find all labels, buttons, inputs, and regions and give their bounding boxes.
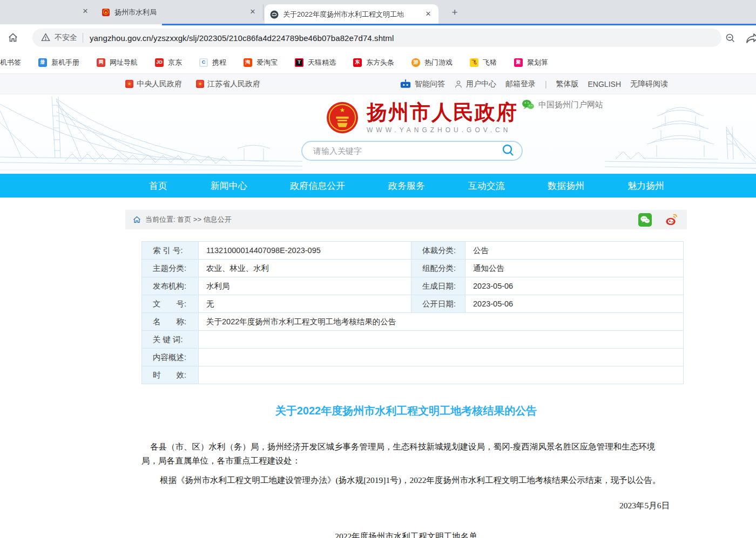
omnibox-divider [83,33,83,43]
bookmark-label: 飞猪 [483,58,497,67]
article-title: 关于2022年度扬州市水利工程文明工地考核结果的公告 [141,404,671,418]
tab-title: 扬州市水利局 [114,8,244,17]
meta-table-row: 文 号:无公开日期:2023-05-06 [142,295,684,313]
breadcrumb-text[interactable]: 当前位置: 首页 >> 信息公开 [145,215,232,224]
bookmark-label: 新机手册 [51,58,79,67]
nav-item-info-disclosure[interactable]: 政府信息公开 [290,180,345,192]
meta-table-row: 名 称:关于2022年度扬州市水利工程文明工地考核结果的公告 [142,313,684,331]
security-status-label[interactable]: 不安全 [55,33,77,43]
wechat-icon [522,99,534,110]
meta-value: 无 [199,295,411,313]
portal-text: 中国扬州门户网站 [538,100,603,110]
nav-item-charm-yangzhou[interactable]: 魅力扬州 [627,180,664,192]
bookmark-hot-games[interactable]: 游热门游戏 [411,58,453,67]
site-logo[interactable]: ★ 扬州市人民政府 WWW.YANGZHOU.GOV.CN [326,101,518,134]
bookmark-juhuasuan[interactable]: 聚聚划算 [514,58,548,67]
nav-item-data-yangzhou[interactable]: 数据扬州 [548,180,584,192]
meta-label: 内容概述: [142,349,199,366]
gov-link-jiangsu-gov[interactable]: ★江苏省人民政府 [196,79,260,89]
site-banner: ★ 扬州市人民政府 WWW.YANGZHOU.GOV.CN 中国扬州门户网站 [0,94,756,174]
meta-value [199,331,684,349]
meta-label: 主题分类: [142,260,199,277]
warning-triangle-icon [41,33,50,43]
national-emblem-icon: ★ [125,80,133,88]
meta-table-row: 索 引 号:11321000014407098E-2023-095体裁分类:公告 [142,242,684,260]
meta-label: 索 引 号: [142,242,199,260]
search-input[interactable] [313,146,501,155]
bookmark-ctrip[interactable]: C携程 [199,58,226,67]
home-icon[interactable] [7,32,19,46]
english-version-link[interactable]: ENGLISH [588,80,621,88]
meta-label: 生成日期: [411,277,465,295]
meta-table-row: 主题分类:农业、林业、水利组配分类:通知公告 [142,260,684,277]
article-date: 2023年5月6日 [141,500,671,512]
nav-item-gov-services[interactable]: 政务服务 [388,180,425,192]
search-icon[interactable] [501,143,515,159]
page-loading-bar [162,24,756,25]
share-icon[interactable] [746,32,756,46]
bookmark-site-navigation[interactable]: 网网址导航 [97,58,138,67]
national-emblem-icon: ★ [196,80,204,88]
juhuasuan-icon: 聚 [514,58,523,67]
browser-tab-strip: ✕ ★ 扬州市水利局 ✕ 关于2022年度扬州市水利工程文明工地 ✕ + [0,0,756,24]
meta-label: 文 号: [142,295,199,313]
meta-value [199,349,684,366]
user-center-link[interactable]: 用户中心 [454,79,496,89]
svg-text:★: ★ [340,106,345,113]
zoom-out-icon[interactable] [725,32,736,46]
banner-pagoda-art-right [605,94,756,174]
bookmark-label: 聚划算 [527,58,548,67]
close-icon[interactable]: ✕ [423,10,433,19]
nav-item-news-center[interactable]: 新闻中心 [211,180,247,192]
tab-announcement-active[interactable]: 关于2022年度扬州市水利工程文明工地 ✕ [265,4,438,24]
svg-text:★: ★ [104,11,107,14]
list-heading: 2022年度扬州市水利工程文明工地名单 [141,531,671,538]
close-icon[interactable]: ✕ [248,8,258,17]
fliggy-icon: 飞 [470,58,478,67]
gov-link-label: 中央人民政府 [137,79,182,89]
portal-label[interactable]: 中国扬州门户网站 [522,99,603,110]
breadcrumb-home-icon[interactable] [133,216,141,223]
meta-table-row: 关 键 词: [142,331,684,349]
site-favicon [270,10,279,19]
tab-yangzhou-water-bureau[interactable]: ★ 扬州市水利局 ✕ [96,4,264,21]
new-tab-button[interactable]: + [448,6,461,19]
weibo-share-icon[interactable] [665,213,678,227]
ctrip-icon: C [199,58,208,67]
bookmark-label: 东方头条 [366,58,394,67]
gov-utility-links: 智能问答 用户中心 邮箱登录 | 繁体版 ENGLISH 无障碍阅读 [400,79,668,89]
url-text[interactable]: yangzhou.gov.cn/yzszxxgk/slj/202305/210c… [90,33,394,43]
meta-table: 索 引 号:11321000014407098E-2023-095体裁分类:公告… [141,241,684,384]
meta-value: 公告 [465,242,684,260]
bookmark-aitaobao[interactable]: 淘爱淘宝 [244,58,278,67]
smart-qa-link[interactable]: 智能问答 [400,79,445,89]
bookmark-label: 携程 [212,58,226,67]
accessibility-link[interactable]: 无障碍阅读 [630,79,668,89]
main-nav-inner: 首页新闻中心政府信息公开政务服务互动交流数据扬州魅力扬州 [125,174,687,198]
meta-value: 11321000014407098E-2023-095 [199,242,411,260]
traditional-version-link[interactable]: 繁体版 [556,79,579,89]
wechat-share-icon[interactable] [638,213,652,227]
bookmark-new-phone-manual[interactable]: 册新机手册 [38,58,79,67]
gov-link-central-gov[interactable]: ★中央人民政府 [125,79,182,89]
bookmark-label: 天猫精选 [308,58,336,67]
bookmark-fliggy[interactable]: 飞飞猪 [470,58,497,67]
bookmark-eastday-toutiao[interactable]: 东东方头条 [353,58,394,67]
article-paragraph: 根据《扬州市水利工程文明工地建设管理办法》(扬水规[2019]1号)，2022年… [141,473,671,487]
mail-login-link[interactable]: 邮箱登录 [505,79,536,89]
meta-value: 农业、林业、水利 [199,260,411,277]
meta-table-row: 时 效: [142,366,684,384]
site-navigation-icon: 网 [97,58,105,67]
meta-label: 关 键 词: [142,331,199,349]
eastday-toutiao-icon: 东 [353,58,362,67]
bookmark-jd[interactable]: JD京东 [155,58,182,67]
nav-item-interaction[interactable]: 互动交流 [468,180,505,192]
bookmark-phone-bookmarks[interactable]: 机书签 [0,58,21,67]
breadcrumb: 当前位置: 首页 >> 信息公开 [125,210,687,229]
address-bar[interactable]: 不安全 yangzhou.gov.cn/yzszxxgk/slj/202305/… [32,29,721,47]
meta-table-row: 内容概述: [142,349,684,366]
bookmark-tmall-select[interactable]: T天猫精选 [295,58,336,67]
smart-qa-label: 智能问答 [415,79,445,89]
nav-item-home[interactable]: 首页 [149,180,167,192]
close-icon[interactable]: ✕ [80,7,90,17]
